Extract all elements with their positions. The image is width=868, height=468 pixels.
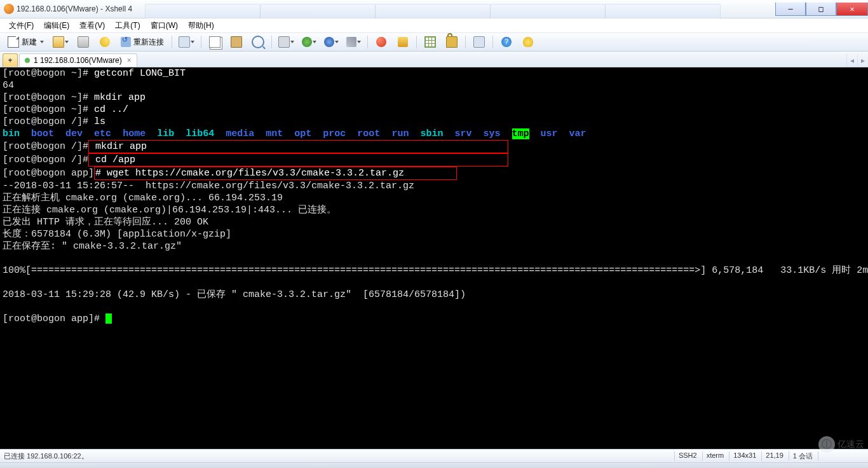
copy-icon (209, 36, 220, 48)
background-tabs (145, 4, 720, 18)
highlight-box: # wget https://cmake.org/files/v3.3/cmak… (94, 167, 457, 180)
properties-icon (78, 36, 89, 48)
tools-icon (346, 37, 356, 47)
minimize-button[interactable]: — (775, 3, 806, 16)
cascade-icon (473, 36, 485, 48)
bg-tab[interactable] (260, 4, 376, 18)
session-tab[interactable]: 1 192.168.0.106(VMware) × (19, 53, 137, 67)
session-button[interactable] (371, 34, 391, 50)
reconnect-button[interactable]: 重新连接 (116, 34, 168, 50)
wand-icon (100, 37, 110, 47)
status-sessions: 1 会话 (789, 451, 817, 461)
copy-button[interactable] (205, 34, 225, 50)
paste-button[interactable] (226, 34, 247, 50)
window-title: 192.168.0.106(VMware) - Xshell 4 (17, 4, 132, 13)
session-icon (376, 37, 386, 47)
status-size: 134x31 (729, 451, 760, 461)
help-icon: ? (501, 37, 512, 47)
toolbar: 新建 重新连接 ? (0, 33, 868, 52)
menu-window[interactable]: 窗口(W) (146, 20, 183, 31)
add-tab-button[interactable]: + (3, 53, 18, 67)
tab-prev[interactable]: ◂ (846, 54, 857, 67)
tab-label: 1 192.168.0.106(VMware) (34, 56, 122, 65)
encoding-button[interactable] (299, 34, 320, 50)
transfer-icon (398, 37, 408, 47)
help-button[interactable]: ? (496, 34, 517, 50)
folder-icon (53, 36, 64, 48)
session-tabbar: + 1 192.168.0.106(VMware) × ◂▸ (0, 52, 868, 67)
menu-edit[interactable]: 编辑(E) (39, 20, 74, 31)
cascade-button[interactable] (469, 34, 489, 50)
transfer-button[interactable] (393, 34, 413, 50)
paste-icon (231, 36, 242, 48)
menu-view[interactable]: 查看(V) (74, 20, 110, 31)
bulb-icon (523, 37, 533, 47)
open-button[interactable] (50, 34, 72, 50)
menubar: 文件(F) 编辑(E) 查看(V) 工具(T) 窗口(W) 帮助(H) (0, 18, 868, 33)
status-termtype: xterm (702, 451, 728, 461)
lock-icon (446, 36, 458, 48)
language-button[interactable] (321, 34, 342, 50)
search-icon (252, 36, 264, 48)
grid-button[interactable] (420, 34, 440, 50)
highlight-box: cd /app (88, 153, 508, 167)
bg-tab[interactable] (145, 4, 261, 18)
wizard-button[interactable] (95, 34, 115, 50)
encoding-icon (302, 37, 312, 47)
watermark: ⓘ 亿速云 (818, 436, 864, 453)
highlight-box: mkdir app (88, 140, 508, 153)
globe-icon (324, 37, 334, 47)
bg-tab[interactable] (605, 4, 721, 18)
bg-tab[interactable] (490, 4, 606, 18)
menu-help[interactable]: 帮助(H) (183, 20, 219, 31)
menu-tools[interactable]: 工具(T) (110, 20, 145, 31)
app-icon (4, 4, 14, 14)
options-button[interactable] (343, 34, 364, 50)
status-pos: 21,19 (761, 451, 787, 461)
grid-icon (424, 36, 436, 48)
new-button[interactable]: 新建 (3, 34, 48, 50)
cursor (105, 313, 112, 324)
maximize-button[interactable]: □ (806, 3, 836, 16)
bg-tab[interactable] (375, 4, 491, 18)
status-connection: 已连接 192.168.0.106:22。 (4, 451, 88, 461)
status-dot-icon (25, 58, 30, 63)
properties-button[interactable] (73, 34, 93, 50)
print-button[interactable] (275, 34, 297, 50)
print-icon (278, 36, 290, 48)
terminal[interactable]: [root@bogon ~]# getconf LONG_BIT 64 [roo… (0, 67, 868, 449)
titlebar: 192.168.0.106(VMware) - Xshell 4 — □ ✕ (0, 0, 868, 18)
reconnect-icon (121, 37, 131, 47)
hosts-icon (179, 36, 190, 48)
find-button[interactable] (248, 34, 268, 50)
tab-next[interactable]: ▸ (857, 54, 868, 67)
lock-button[interactable] (442, 34, 462, 50)
hosts-button[interactable] (175, 34, 198, 50)
tip-button[interactable] (518, 34, 538, 50)
taskbar-sliver (0, 462, 868, 468)
tab-close-icon[interactable]: × (127, 56, 132, 65)
cloud-icon: ⓘ (818, 436, 835, 453)
close-button[interactable]: ✕ (836, 3, 868, 16)
statusbar: 已连接 192.168.0.106:22。 SSH2 xterm 134x31 … (0, 449, 868, 462)
menu-file[interactable]: 文件(F) (4, 20, 39, 31)
new-icon (8, 36, 19, 48)
status-protocol: SSH2 (674, 451, 701, 461)
